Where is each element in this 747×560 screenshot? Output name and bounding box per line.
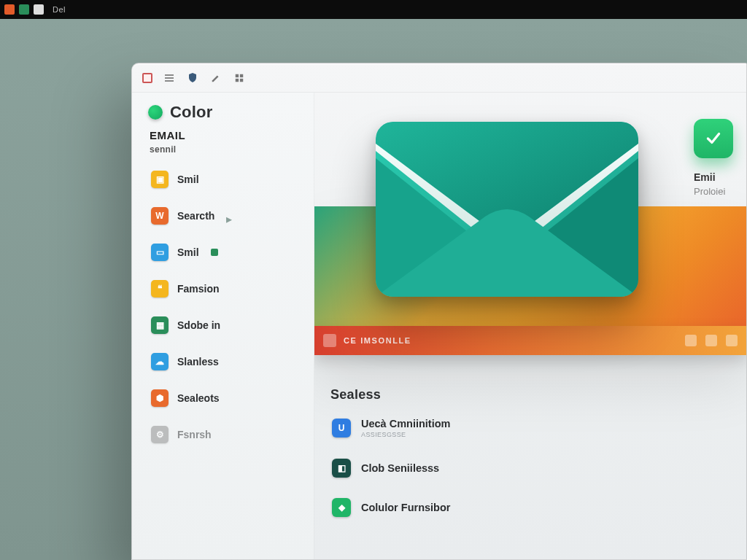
sidebar-item-label: Fsnrsh <box>177 429 212 440</box>
sidebar-item-label: Famsion <box>177 283 220 295</box>
gear-icon: ⚙ <box>151 426 169 443</box>
action-icon[interactable] <box>705 335 717 346</box>
sidebar-item-search[interactable]: W Searcth ▸ <box>148 203 301 229</box>
os-taskbar: Del <box>0 0 747 19</box>
sidebar-item-label: Smil <box>177 174 199 185</box>
main-content: CE IMSONLLE <box>314 93 746 559</box>
list-item[interactable]: ◧ Clob Seniilesss <box>330 454 739 482</box>
monitor-icon: ▭ <box>151 244 169 261</box>
app-window: Color EMAIL sennil ▣ Smil W Searcth ▸ ▭ … <box>131 63 747 560</box>
banner-actions <box>685 335 738 346</box>
svg-rect-5 <box>236 78 239 81</box>
taskbar-app-icon[interactable] <box>34 4 44 15</box>
status-line2: Proloiei <box>694 186 746 197</box>
list-icon[interactable] <box>163 71 176 85</box>
svg-rect-3 <box>236 74 239 77</box>
chevron-icon: ▸ <box>226 212 233 219</box>
shield-icon[interactable] <box>186 71 199 85</box>
taskbar-app-icon[interactable] <box>4 4 15 15</box>
cloud-icon: ☁ <box>151 353 169 370</box>
folder-icon: ▣ <box>151 171 169 188</box>
sidebar-item-fsnrsh[interactable]: ⚙ Fsnrsh <box>148 421 301 448</box>
content-list: U Uecà Cmniinitiom ASSIESGSSE ◧ Clob Sen… <box>330 413 739 533</box>
action-icon[interactable] <box>726 335 738 346</box>
sidebar-item-label: Smil <box>177 246 199 258</box>
list-item-subtitle: ASSIESGSSE <box>361 431 450 438</box>
calendar-icon: ▦ <box>151 316 169 334</box>
shield-icon: ⬢ <box>151 389 169 407</box>
success-badge[interactable] <box>694 119 733 158</box>
section-heading: Sealess <box>330 387 381 402</box>
chat-icon: ❝ <box>151 280 169 298</box>
sidebar-item-sealeots[interactable]: ⬢ Sealeots <box>148 385 301 411</box>
sidebar-section-sub: sennil <box>150 144 301 155</box>
sidebar-item-smil2[interactable]: ▭ Smil <box>148 239 301 265</box>
desktop: Color EMAIL sennil ▣ Smil W Searcth ▸ ▭ … <box>0 19 747 560</box>
badge-icon <box>211 249 218 256</box>
list-item[interactable]: ◆ Colulor Furnsibor <box>330 494 739 521</box>
mail-envelope-icon <box>376 122 638 297</box>
grid-icon[interactable] <box>233 71 246 85</box>
banner-action-bar: CE IMSONLLE <box>314 326 746 355</box>
list-item-title: Colulor Furnsibor <box>361 502 450 513</box>
doc-icon: U <box>332 419 351 438</box>
swatch-icon: ◆ <box>332 498 351 517</box>
list-item-title: Uecà Cmniinitiom <box>361 418 450 429</box>
sidebar-header: Color <box>148 103 301 122</box>
window-toolbar <box>132 63 746 93</box>
svg-rect-6 <box>240 78 243 81</box>
banner-label: CE IMSONLLE <box>344 336 411 345</box>
app-logo-icon <box>148 105 163 120</box>
sidebar-section-heading: EMAIL <box>150 129 301 141</box>
sidebar-item-label: Searcth <box>177 210 214 222</box>
list-item-title: Clob Seniilesss <box>361 462 439 474</box>
taskbar-menu-label[interactable]: Del <box>53 5 66 14</box>
app-title: Color <box>170 103 212 122</box>
status-card: Emii Proloiei <box>689 119 746 197</box>
sidebar-item-label: Sdobe in <box>177 319 220 331</box>
sidebar-item-smil[interactable]: ▣ Smil <box>148 166 301 192</box>
sidebar: Color EMAIL sennil ▣ Smil W Searcth ▸ ▭ … <box>132 93 314 559</box>
action-icon[interactable] <box>685 335 697 346</box>
taskbar-app-icon[interactable] <box>19 4 29 15</box>
sidebar-item-label: Sealeots <box>177 392 220 404</box>
box-icon: ◧ <box>332 459 351 478</box>
list-item[interactable]: U Uecà Cmniinitiom ASSIESGSSE <box>330 413 739 443</box>
sidebar-item-sdobe[interactable]: ▦ Sdobe in <box>148 312 301 338</box>
sidebar-item-label: Slanless <box>177 356 219 368</box>
edit-icon[interactable] <box>209 71 222 85</box>
svg-rect-4 <box>240 74 243 77</box>
status-line1: Emii <box>694 171 746 183</box>
stop-icon[interactable] <box>142 73 152 83</box>
sidebar-item-famsion[interactable]: ❝ Famsion <box>148 276 301 302</box>
tag-icon[interactable] <box>323 334 336 347</box>
letter-icon: W <box>151 207 169 225</box>
sidebar-item-slanless[interactable]: ☁ Slanless <box>148 349 301 375</box>
